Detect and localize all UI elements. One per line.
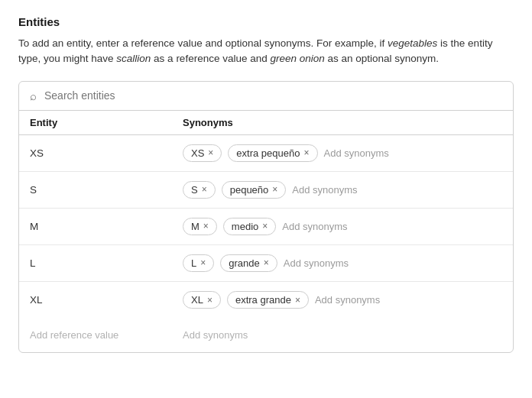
tag-label: XS [191,147,204,159]
tag-label: S [191,184,198,196]
table-row: LL×grande×Add synonyms [19,245,513,282]
tag-label: medio [232,221,258,232]
tag-label: L [191,257,196,269]
search-icon: ⌕ [30,89,37,102]
tag-label: M [191,221,200,232]
tag-close-icon[interactable]: × [295,296,300,305]
entities-container: ⌕ Entity Synonyms XSXS×extra pequeño×Add… [18,81,514,353]
add-synonyms-link[interactable]: Add synonyms [292,184,357,196]
tag-close-icon[interactable]: × [207,296,212,305]
table-row: SS×pequeño×Add synonyms [19,172,513,209]
entity-name: XS [30,147,183,159]
table-row: XSXS×extra pequeño×Add synonyms [19,135,513,172]
synonym-tag: XL× [183,291,221,309]
tag-label: extra grande [235,294,291,306]
add-synonyms-link[interactable]: Add synonyms [324,147,389,159]
entity-name: XL [30,294,183,306]
search-input[interactable] [44,89,502,102]
synonym-tag: grande× [220,254,277,272]
synonyms-cell: S×pequeño×Add synonyms [183,181,502,199]
tag-close-icon[interactable]: × [200,258,206,267]
table-body: XSXS×extra pequeño×Add synonymsSS×pequeñ… [19,135,513,319]
table-header: Entity Synonyms [19,111,513,135]
entity-name: L [30,257,183,269]
entity-name: S [30,184,183,196]
tag-close-icon[interactable]: × [264,258,269,267]
synonyms-cell: XL×extra grande×Add synonyms [183,291,502,309]
tag-close-icon[interactable]: × [208,148,213,157]
synonym-tag: medio× [223,218,276,235]
col-entity-header: Entity [30,117,183,128]
synonym-tag: S× [183,181,216,199]
add-synonyms-link[interactable]: Add synonyms [284,257,349,269]
add-synonyms-link[interactable]: Add synonyms [282,221,347,232]
tag-close-icon[interactable]: × [203,222,209,231]
add-reference-row: Add reference value Add synonyms [19,319,513,352]
tag-label: extra pequeño [236,147,300,159]
synonym-tag: extra pequeño× [228,144,317,162]
page-title: Entities [18,15,514,28]
synonym-tag: pequeño× [222,181,287,199]
synonym-tag: XS× [183,144,222,162]
table-row: MM×medio×Add synonyms [19,209,513,245]
tag-close-icon[interactable]: × [202,185,207,194]
tag-close-icon[interactable]: × [303,148,309,157]
tag-close-icon[interactable]: × [262,222,268,231]
add-synonyms-link[interactable]: Add synonyms [315,294,380,306]
tag-label: grande [229,257,259,269]
search-bar: ⌕ [19,82,513,111]
description: To add an entity, enter a reference valu… [18,36,514,67]
tag-close-icon[interactable]: × [272,185,277,194]
tag-label: XL [191,294,203,306]
tag-label: pequeño [230,184,269,196]
synonym-tag: extra grande× [227,291,309,309]
synonyms-cell: XS×extra pequeño×Add synonyms [183,144,502,162]
table-row: XLXL×extra grande×Add synonyms [19,282,513,319]
synonyms-cell: L×grande×Add synonyms [183,254,502,272]
entity-name: M [30,221,183,232]
synonym-tag: L× [183,254,214,272]
col-synonyms-header: Synonyms [183,117,502,128]
synonyms-cell: M×medio×Add synonyms [183,218,502,235]
synonym-tag: M× [183,218,217,235]
add-reference-value-placeholder[interactable]: Add reference value [30,329,183,341]
add-synonyms-footer-placeholder[interactable]: Add synonyms [183,329,502,341]
